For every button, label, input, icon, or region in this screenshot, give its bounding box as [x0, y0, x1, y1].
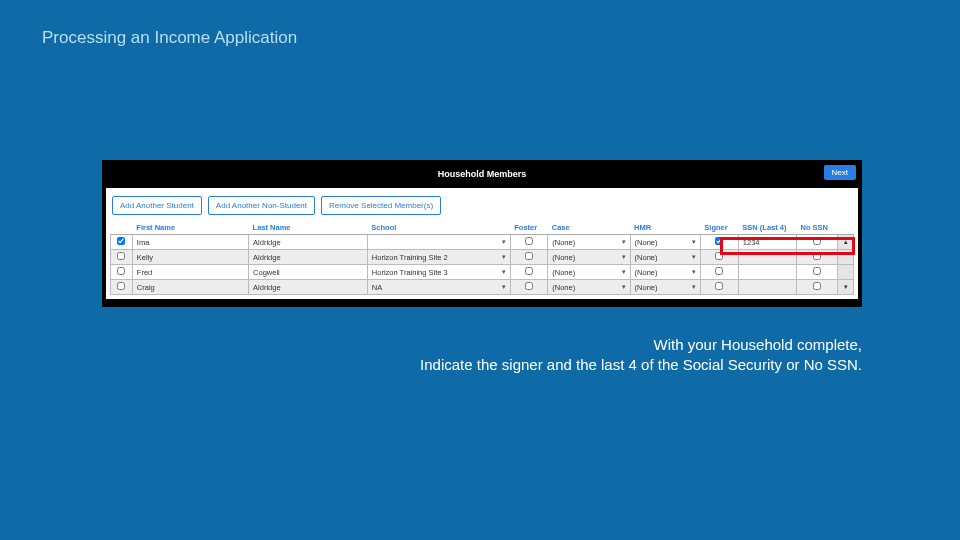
- cell-hmr[interactable]: (None): [630, 265, 700, 280]
- col-last-name[interactable]: Last Name: [249, 221, 368, 235]
- cell-case[interactable]: (None): [548, 280, 630, 295]
- row-select-checkbox[interactable]: [117, 267, 125, 275]
- slide-caption: With your Household complete, Indicate t…: [420, 335, 862, 374]
- cell-case[interactable]: (None): [548, 235, 630, 250]
- action-button-row: Add Another Student Add Another Non-Stud…: [110, 192, 854, 221]
- caption-line-1: With your Household complete,: [420, 335, 862, 355]
- signer-checkbox[interactable]: [715, 237, 723, 245]
- foster-checkbox[interactable]: [525, 267, 533, 275]
- slide-title: Processing an Income Application: [42, 28, 297, 48]
- add-student-button[interactable]: Add Another Student: [112, 196, 202, 215]
- scrollbar-track[interactable]: [838, 250, 854, 265]
- table-row: Kelly Aldridge Horizon Training Site 2 (…: [111, 250, 854, 265]
- col-school[interactable]: School: [367, 221, 510, 235]
- cell-school[interactable]: NA: [367, 280, 510, 295]
- cell-school[interactable]: [367, 235, 510, 250]
- cell-ssn[interactable]: [738, 280, 796, 295]
- panel-title: Household Members: [438, 169, 527, 179]
- col-foster[interactable]: Foster: [510, 221, 547, 235]
- foster-checkbox[interactable]: [525, 237, 533, 245]
- cell-ssn[interactable]: 1234: [738, 235, 796, 250]
- row-select-checkbox[interactable]: [117, 237, 125, 245]
- members-table: First Name Last Name School Foster Case …: [110, 221, 854, 295]
- cell-ssn[interactable]: [738, 265, 796, 280]
- col-signer[interactable]: Signer: [700, 221, 738, 235]
- cell-first-name[interactable]: Craig: [132, 280, 248, 295]
- cell-ssn[interactable]: [738, 250, 796, 265]
- cell-hmr[interactable]: (None): [630, 235, 700, 250]
- table-header-row: First Name Last Name School Foster Case …: [111, 221, 854, 235]
- col-scroll: [838, 221, 854, 235]
- panel-titlebar: Household Members Next: [106, 164, 858, 184]
- panel-body: Add Another Student Add Another Non-Stud…: [106, 188, 858, 299]
- caption-line-2: Indicate the signer and the last 4 of th…: [420, 355, 862, 375]
- cell-last-name[interactable]: Aldridge: [249, 250, 368, 265]
- col-select: [111, 221, 133, 235]
- signer-checkbox[interactable]: [715, 267, 723, 275]
- cell-hmr[interactable]: (None): [630, 280, 700, 295]
- no-ssn-checkbox[interactable]: [813, 252, 821, 260]
- cell-case[interactable]: (None): [548, 250, 630, 265]
- cell-last-name[interactable]: Aldridge: [249, 235, 368, 250]
- table-row: Craig Aldridge NA (None) (None) ▾: [111, 280, 854, 295]
- add-non-student-button[interactable]: Add Another Non-Student: [208, 196, 315, 215]
- cell-last-name[interactable]: Aldridge: [249, 280, 368, 295]
- signer-checkbox[interactable]: [715, 252, 723, 260]
- row-select-checkbox[interactable]: [117, 252, 125, 260]
- cell-school[interactable]: Horizon Training Site 3: [367, 265, 510, 280]
- cell-last-name[interactable]: Cogwell: [249, 265, 368, 280]
- remove-member-button[interactable]: Remove Selected Member(s): [321, 196, 441, 215]
- row-select-checkbox[interactable]: [117, 282, 125, 290]
- table-row: Ima Aldridge (None) (None) 1234 ▴: [111, 235, 854, 250]
- cell-first-name[interactable]: Fred: [132, 265, 248, 280]
- col-ssn[interactable]: SSN (Last 4): [738, 221, 796, 235]
- no-ssn-checkbox[interactable]: [813, 282, 821, 290]
- foster-checkbox[interactable]: [525, 282, 533, 290]
- foster-checkbox[interactable]: [525, 252, 533, 260]
- scrollbar-track[interactable]: [838, 265, 854, 280]
- col-no-ssn[interactable]: No SSN: [796, 221, 837, 235]
- household-panel: Household Members Next Add Another Stude…: [102, 160, 862, 307]
- scroll-down-icon[interactable]: ▾: [838, 280, 854, 295]
- table-row: Fred Cogwell Horizon Training Site 3 (No…: [111, 265, 854, 280]
- cell-first-name[interactable]: Kelly: [132, 250, 248, 265]
- next-button[interactable]: Next: [824, 165, 856, 180]
- col-hmr[interactable]: HMR: [630, 221, 700, 235]
- cell-school[interactable]: Horizon Training Site 2: [367, 250, 510, 265]
- scroll-up-icon[interactable]: ▴: [838, 235, 854, 250]
- signer-checkbox[interactable]: [715, 282, 723, 290]
- cell-case[interactable]: (None): [548, 265, 630, 280]
- col-case[interactable]: Case: [548, 221, 630, 235]
- cell-first-name[interactable]: Ima: [132, 235, 248, 250]
- cell-hmr[interactable]: (None): [630, 250, 700, 265]
- no-ssn-checkbox[interactable]: [813, 267, 821, 275]
- no-ssn-checkbox[interactable]: [813, 237, 821, 245]
- col-first-name[interactable]: First Name: [132, 221, 248, 235]
